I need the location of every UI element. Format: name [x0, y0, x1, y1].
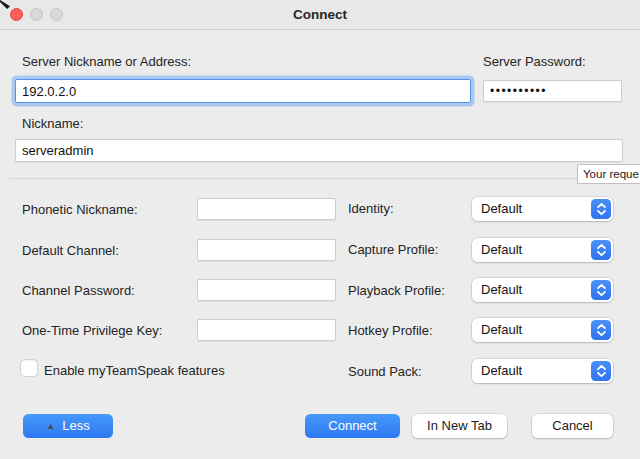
server-address-input[interactable]: [15, 79, 471, 103]
chevron-up-down-icon: [591, 361, 611, 381]
phonetic-nickname-input[interactable]: [197, 198, 336, 220]
connect-dialog: Connect Server Nickname or Address: Serv…: [0, 0, 640, 459]
close-button[interactable]: [10, 8, 23, 21]
nickname-input[interactable]: [15, 139, 623, 162]
identity-select-value: Default: [481, 201, 522, 216]
triangle-up-icon: ▲: [46, 421, 55, 431]
hotkey-profile-label: Hotkey Profile:: [348, 323, 433, 338]
chevron-up-down-icon: [591, 280, 611, 300]
playback-profile-label: Playback Profile:: [348, 283, 445, 298]
privilege-key-label: One-Time Privilege Key:: [22, 323, 162, 338]
channel-password-label: Channel Password:: [22, 283, 135, 298]
title-bar[interactable]: Connect: [0, 0, 640, 30]
less-button-label: Less: [62, 418, 89, 433]
window-title: Connect: [0, 0, 640, 30]
identity-select[interactable]: Default: [472, 197, 613, 221]
minimize-button: [30, 8, 43, 21]
privilege-key-input[interactable]: [197, 319, 336, 341]
server-address-label: Server Nickname or Address:: [22, 54, 191, 69]
zoom-button: [50, 8, 63, 21]
default-channel-label: Default Channel:: [22, 243, 119, 258]
default-channel-input[interactable]: [197, 239, 336, 261]
phonetic-nickname-label: Phonetic Nickname:: [22, 202, 138, 217]
hotkey-profile-select-value: Default: [481, 322, 522, 337]
playback-profile-select[interactable]: Default: [472, 278, 613, 302]
in-new-tab-button[interactable]: In New Tab: [412, 414, 507, 438]
sound-pack-select-value: Default: [481, 363, 522, 378]
sound-pack-label: Sound Pack:: [348, 364, 422, 379]
capture-profile-select[interactable]: Default: [472, 238, 613, 262]
myteamspeak-checkbox-label: Enable myTeamSpeak features: [44, 363, 225, 378]
server-password-label: Server Password:: [483, 54, 586, 69]
channel-password-input[interactable]: [197, 279, 336, 301]
connect-button[interactable]: Connect: [305, 414, 400, 438]
myteamspeak-checkbox[interactable]: [21, 360, 37, 376]
nickname-label: Nickname:: [22, 116, 83, 131]
capture-profile-select-value: Default: [481, 242, 522, 257]
tooltip: Your reque: [577, 164, 640, 184]
chevron-up-down-icon: [591, 240, 611, 260]
playback-profile-select-value: Default: [481, 282, 522, 297]
cancel-button[interactable]: Cancel: [532, 414, 613, 438]
section-divider: [9, 178, 631, 179]
less-button[interactable]: ▲Less: [23, 414, 113, 438]
capture-profile-label: Capture Profile:: [348, 242, 438, 257]
chevron-up-down-icon: [591, 320, 611, 340]
identity-label: Identity:: [348, 201, 394, 216]
sound-pack-select[interactable]: Default: [472, 359, 613, 383]
server-password-input[interactable]: [483, 80, 622, 102]
hotkey-profile-select[interactable]: Default: [472, 318, 613, 342]
chevron-up-down-icon: [591, 199, 611, 219]
